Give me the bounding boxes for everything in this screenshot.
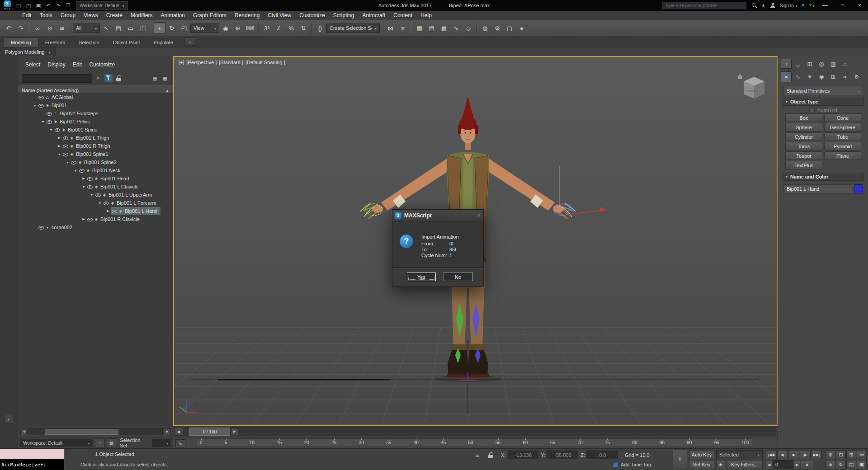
sync-selection-icon[interactable]: ▦ — [161, 74, 169, 82]
tree-row[interactable]: Bip001 R Clavicle — [18, 215, 173, 223]
ribbon-tab[interactable]: Modeling — [4, 38, 38, 47]
autogrid-checkbox[interactable] — [809, 108, 815, 113]
tree-row[interactable]: Bip001 L Clavicle — [18, 183, 173, 191]
bind-to-space-warp-icon[interactable]: ≋ — [56, 22, 68, 34]
menu-item[interactable]: Animcraft — [359, 11, 390, 20]
menu-item[interactable]: Modifiers — [127, 11, 157, 20]
yes-button[interactable]: Yes — [407, 273, 436, 281]
spinner-snap-icon[interactable]: ⇅ — [297, 22, 309, 34]
visibility-eye-icon[interactable] — [87, 183, 93, 191]
object-type-button[interactable]: Pyramid — [824, 142, 861, 150]
category-helpers-icon[interactable]: ⊞ — [828, 71, 839, 82]
primitive-category-dropdown[interactable]: Standard Primitives — [783, 86, 863, 95]
frame-ruler[interactable]: 0510152025303540455055606570758085909510… — [197, 438, 752, 447]
use-pivot-center-icon[interactable]: ◉ — [220, 22, 231, 34]
render-production-icon[interactable]: ● — [516, 22, 528, 34]
tree-row[interactable]: Bip001 L Forearm — [18, 199, 173, 207]
tree-row[interactable]: Bip001 L Hand — [18, 207, 173, 215]
category-spacewarps-icon[interactable]: ≈ — [840, 71, 850, 82]
macro-recorder-field[interactable] — [0, 449, 65, 460]
selection-lock-icon[interactable] — [486, 451, 495, 459]
menu-item[interactable]: Views — [80, 11, 102, 20]
previous-frame-button[interactable]: ◀| — [777, 450, 788, 459]
no-button[interactable]: No — [443, 273, 473, 281]
next-frame-arrow[interactable]: ▶ — [231, 428, 238, 435]
undo-icon[interactable]: ↶ — [43, 1, 53, 10]
explorer-menu-item[interactable]: Select — [22, 61, 44, 68]
object-type-rollout-header[interactable]: Object Type — [783, 98, 864, 106]
close-button[interactable]: × — [853, 0, 866, 10]
tree-row[interactable]: Bip001 L Thigh — [18, 134, 173, 142]
menu-item[interactable]: Rendering — [231, 11, 264, 20]
visibility-eye-icon[interactable] — [87, 215, 93, 223]
toggle-layer-explorer-icon[interactable]: ▤ — [426, 22, 438, 34]
tab-display[interactable]: ▥ — [828, 59, 839, 69]
rectangular-selection-icon[interactable]: ▭ — [125, 22, 137, 34]
menu-item[interactable]: Graph Editors — [189, 11, 231, 20]
viewport-label-segment[interactable]: [+] — [179, 60, 184, 65]
category-shapes-icon[interactable]: ∿ — [793, 71, 803, 82]
scrollbar-thumb[interactable] — [45, 429, 118, 435]
object-color-swatch[interactable] — [854, 184, 863, 193]
communication-center-icon[interactable]: × — [802, 2, 805, 9]
expand-arrow-icon[interactable] — [72, 169, 79, 172]
zoom-extents-icon[interactable]: ⊞ — [846, 450, 856, 459]
redo-icon[interactable]: ↷ — [53, 1, 63, 10]
expand-arrow-icon[interactable] — [80, 185, 87, 188]
visibility-eye-icon[interactable] — [62, 134, 69, 142]
object-type-button[interactable]: Box — [785, 113, 822, 122]
clear-search-icon[interactable]: × — [94, 74, 102, 82]
visibility-eye-icon[interactable] — [38, 93, 44, 101]
polygon-modeling-panel[interactable]: Polygon Modeling — [0, 47, 56, 56]
save-file-icon[interactable]: ▣ — [33, 1, 43, 10]
object-type-button[interactable]: Cylinder — [785, 132, 822, 141]
play-button[interactable]: ▶ — [788, 450, 799, 459]
project-folder-icon[interactable]: ❒ — [63, 1, 73, 10]
selection-set-dropdown[interactable] — [151, 438, 172, 447]
ribbon-tab[interactable]: Selection — [72, 38, 106, 47]
tree-row[interactable]: Bip001 Neck — [18, 166, 173, 174]
selection-filter-dropdown[interactable]: All — [73, 24, 100, 33]
tree-row[interactable]: Bip001 Pelvis — [18, 118, 173, 126]
help-search-box[interactable] — [662, 2, 747, 9]
workspace-dropdown[interactable]: Workspace: Default — [76, 1, 128, 10]
filter-funnel-icon[interactable] — [104, 74, 113, 83]
expand-arrow-icon[interactable] — [32, 104, 38, 107]
selection-set-key-dropdown[interactable]: Selected — [716, 450, 763, 459]
tree-row[interactable]: Bip001 Footsteps — [18, 109, 173, 118]
workspace-selector[interactable]: Workspace: Default — [19, 439, 93, 447]
object-type-button[interactable]: Cone — [824, 113, 861, 122]
add-time-tag[interactable]: Add Time Tag — [613, 462, 651, 467]
visibility-eye-icon[interactable] — [95, 191, 101, 199]
select-object-icon[interactable]: ↖ — [100, 22, 112, 34]
expand-arrow-icon[interactable] — [56, 153, 62, 156]
viewport-layout-icon[interactable]: ▣ — [857, 460, 867, 469]
visibility-eye-icon[interactable] — [62, 142, 69, 150]
key-step-toggle-icon[interactable]: ≣ — [801, 460, 813, 469]
current-frame-field[interactable]: 0 — [773, 460, 793, 469]
orbit-icon[interactable]: ↻ — [836, 460, 846, 469]
edit-named-selection-sets-icon[interactable]: {} — [314, 22, 326, 34]
menu-item[interactable]: Civil View — [264, 11, 295, 20]
menu-item[interactable]: Edit — [18, 11, 36, 20]
object-type-button[interactable]: Teapot — [785, 151, 822, 160]
tree-row[interactable]: corpo002 — [18, 223, 173, 231]
menu-item[interactable]: Customize — [295, 11, 329, 20]
render-setup-icon[interactable]: ⚙ — [491, 22, 503, 34]
select-and-scale-icon[interactable]: ◰ — [178, 22, 190, 34]
angle-snap-icon[interactable]: ∠ — [273, 22, 285, 34]
search-icon[interactable] — [751, 2, 757, 9]
tree-row[interactable]: Bip001 Spine — [18, 126, 173, 134]
tree-row[interactable]: Bip001 Spine2 — [18, 158, 173, 166]
zoom-all-icon[interactable]: ⊡ — [836, 450, 846, 459]
expand-arrow-icon[interactable] — [56, 136, 62, 140]
go-to-end-button[interactable]: ▶▶| — [811, 450, 822, 459]
explorer-menu-item[interactable]: Edit — [69, 61, 86, 68]
pan-icon[interactable]: ∗ — [826, 460, 835, 469]
expand-arrow-icon[interactable] — [64, 161, 71, 164]
time-slider-handle[interactable]: 0 / 100 — [189, 428, 230, 436]
visibility-eye-icon[interactable] — [71, 158, 77, 166]
tab-hierarchy[interactable]: ⊞ — [804, 59, 815, 69]
mini-curve-editor-icon[interactable]: ∿ — [175, 439, 185, 447]
tree-row[interactable]: Bip001 L UpperArm — [18, 191, 173, 199]
